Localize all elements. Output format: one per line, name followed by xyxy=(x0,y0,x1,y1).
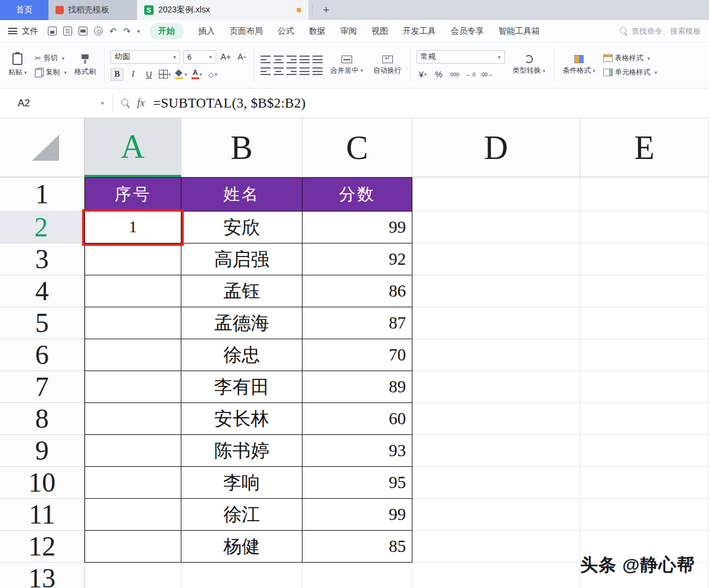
cell-A12[interactable] xyxy=(84,531,181,563)
cell-B2[interactable]: 安欣 xyxy=(181,212,303,243)
decrease-decimal-button[interactable]: .00→ xyxy=(480,68,493,81)
cell-E11[interactable] xyxy=(580,499,709,531)
zoom-formula-icon[interactable] xyxy=(121,99,130,108)
column-header-E[interactable]: E xyxy=(580,118,709,177)
cell-D6[interactable] xyxy=(412,339,580,371)
cell-B12[interactable]: 杨健 xyxy=(181,531,303,563)
cell-E5[interactable] xyxy=(580,307,709,339)
cell-D3[interactable] xyxy=(412,243,580,275)
formula-input[interactable]: =SUBTOTAL(3, $B$2:B2) xyxy=(153,89,306,118)
select-all-corner[interactable] xyxy=(0,118,84,177)
align-middle-icon[interactable] xyxy=(274,56,284,63)
align-top-icon[interactable] xyxy=(261,56,271,63)
ribbon-tab-智能工具箱[interactable]: 智能工具箱 xyxy=(499,26,540,37)
decrease-indent-icon[interactable] xyxy=(300,56,310,63)
number-format-select[interactable]: 常规 xyxy=(417,50,505,64)
file-menu[interactable]: 文件 xyxy=(8,26,38,37)
percent-button[interactable]: % xyxy=(432,68,445,81)
cell-A5[interactable] xyxy=(84,307,181,339)
row-header-3[interactable]: 3 xyxy=(0,243,84,275)
ribbon-tab-会员专享[interactable]: 会员专享 xyxy=(451,26,484,37)
cell-C7[interactable]: 89 xyxy=(303,371,412,403)
cell-B3[interactable]: 高启强 xyxy=(181,243,303,275)
cell-E2[interactable] xyxy=(580,212,709,243)
cell-C11[interactable]: 99 xyxy=(303,499,412,531)
cell-E1[interactable] xyxy=(580,177,709,212)
cell-B9[interactable]: 陈书婷 xyxy=(181,435,303,467)
cell-A8[interactable] xyxy=(84,403,181,435)
cell-C10[interactable]: 95 xyxy=(303,467,412,499)
document-tab[interactable]: S 2023案例.xlsx xyxy=(137,0,308,20)
cell-A6[interactable] xyxy=(84,339,181,371)
cell-B4[interactable]: 孟钰 xyxy=(181,275,303,307)
cell-C1[interactable]: 分数 xyxy=(303,177,412,212)
cell-D7[interactable] xyxy=(412,371,580,403)
column-header-B[interactable]: B xyxy=(181,118,303,177)
cell-C8[interactable]: 60 xyxy=(303,403,412,435)
cell-C4[interactable]: 86 xyxy=(303,275,412,307)
cell-C6[interactable]: 70 xyxy=(303,339,412,371)
qat-dropdown-icon[interactable]: ▾ xyxy=(137,28,140,34)
ribbon-tab-开始[interactable]: 开始 xyxy=(149,23,184,40)
cell-B6[interactable]: 徐忠 xyxy=(181,339,303,371)
cell-style-button[interactable]: 单元格样式 xyxy=(603,67,658,77)
cell-A13[interactable] xyxy=(84,563,181,588)
cell-A9[interactable] xyxy=(84,435,181,467)
font-size-select[interactable]: 6 xyxy=(183,50,216,64)
column-header-D[interactable]: D xyxy=(412,118,580,177)
increase-font-button[interactable]: A+ xyxy=(219,50,232,63)
increase-indent-icon[interactable] xyxy=(313,56,323,63)
format-painter-button[interactable]: 格式刷 xyxy=(72,53,98,77)
new-tab-button[interactable]: + xyxy=(316,0,336,20)
cell-A1[interactable]: 序号 xyxy=(84,177,181,212)
cell-D2[interactable] xyxy=(412,212,580,243)
row-header-2[interactable]: 2 xyxy=(0,212,84,243)
cell-C5[interactable]: 87 xyxy=(303,307,412,339)
italic-button[interactable]: I xyxy=(126,68,139,81)
cell-D12[interactable] xyxy=(412,531,580,563)
cell-D8[interactable] xyxy=(412,403,580,435)
print-icon[interactable] xyxy=(79,27,87,35)
font-color-button[interactable]: A xyxy=(190,68,203,81)
row-header-6[interactable]: 6 xyxy=(0,339,84,371)
cell-A7[interactable] xyxy=(84,371,181,403)
ribbon-tab-插入[interactable]: 插入 xyxy=(199,26,215,37)
cell-B1[interactable]: 姓名 xyxy=(181,177,303,212)
merge-center-button[interactable]: 合并居中 xyxy=(328,55,366,76)
decrease-font-button[interactable]: A- xyxy=(235,50,248,63)
cell-B7[interactable]: 李有田 xyxy=(181,371,303,403)
pattern-button[interactable] xyxy=(206,68,219,81)
cell-B13[interactable] xyxy=(181,563,303,588)
cell-A11[interactable] xyxy=(84,499,181,531)
cell-C3[interactable]: 92 xyxy=(303,243,412,275)
cell-E8[interactable] xyxy=(580,403,709,435)
row-header-1[interactable]: 1 xyxy=(0,177,84,212)
cell-A4[interactable] xyxy=(84,275,181,307)
align-right-icon[interactable] xyxy=(287,67,297,75)
cell-A10[interactable] xyxy=(84,467,181,499)
cell-E10[interactable] xyxy=(580,467,709,499)
row-header-4[interactable]: 4 xyxy=(0,275,84,307)
cell-D4[interactable] xyxy=(412,275,580,307)
copy-button[interactable]: 复制 xyxy=(35,67,67,77)
justify-icon[interactable] xyxy=(300,67,310,75)
cell-E3[interactable] xyxy=(580,243,709,275)
export-icon[interactable] xyxy=(63,27,72,35)
row-header-13[interactable]: 13 xyxy=(0,563,84,588)
print-preview-icon[interactable] xyxy=(94,27,103,35)
align-center-icon[interactable] xyxy=(274,67,284,75)
fill-color-button[interactable] xyxy=(174,68,187,81)
cell-A2[interactable]: 1 xyxy=(84,212,181,243)
save-icon[interactable] xyxy=(48,27,57,35)
cell-E6[interactable] xyxy=(580,339,709,371)
cell-B11[interactable]: 徐江 xyxy=(181,499,303,531)
insert-function-fx[interactable]: fx xyxy=(137,97,145,109)
cell-D10[interactable] xyxy=(412,467,580,499)
ribbon-tab-审阅[interactable]: 审阅 xyxy=(340,26,357,37)
table-style-button[interactable]: 表格样式 xyxy=(603,53,658,63)
docer-template-tab[interactable]: 找稻壳模板 xyxy=(48,0,137,20)
conditional-format-button[interactable]: 条件格式 xyxy=(560,54,598,76)
cell-C12[interactable]: 85 xyxy=(303,531,412,563)
row-header-8[interactable]: 8 xyxy=(0,403,84,435)
font-name-select[interactable]: 幼圆 xyxy=(110,50,180,64)
